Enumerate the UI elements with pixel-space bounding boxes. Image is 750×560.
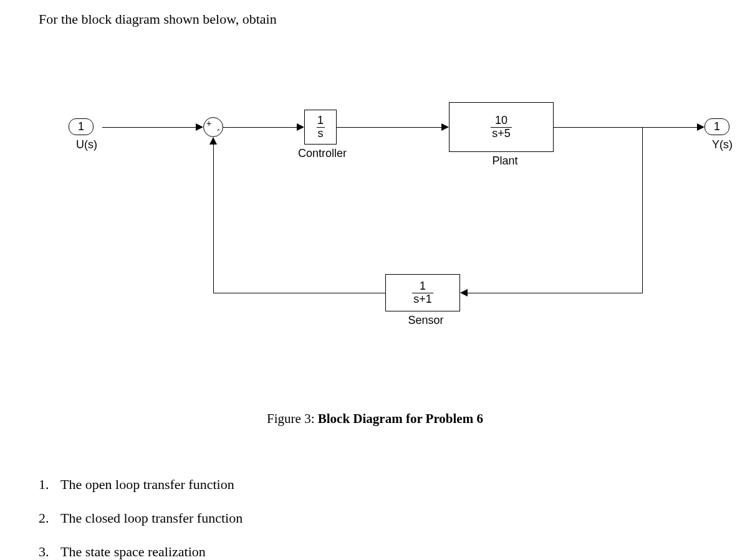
wire — [554, 127, 697, 128]
wire — [642, 127, 643, 293]
arrow-up-icon — [209, 137, 217, 145]
plant-denominator: s+5 — [491, 127, 512, 140]
question-item: 3. The state space realization — [39, 544, 243, 560]
figure-prefix: Figure 3: — [267, 411, 318, 426]
arrow-right-icon — [441, 123, 449, 131]
figure-caption: Figure 3: Block Diagram for Problem 6 — [0, 411, 750, 427]
question-number: 3. — [39, 544, 57, 560]
question-list: 1. The open loop transfer function 2. Th… — [39, 477, 243, 560]
controller-block: 1 s — [304, 110, 337, 145]
sensor-denominator: s+1 — [412, 293, 433, 306]
wire — [337, 127, 441, 128]
question-text: The open loop transfer function — [60, 477, 234, 492]
plant-block: 10 s+5 — [449, 102, 554, 152]
sum-minus: - — [217, 125, 220, 135]
sensor-block: 1 s+1 — [385, 274, 460, 311]
sensor-label: Sensor — [404, 314, 448, 327]
output-port: 1 — [704, 118, 729, 135]
input-port-number: 1 — [78, 120, 84, 133]
plant-numerator: 10 — [495, 115, 507, 127]
wire — [223, 127, 297, 128]
intro-text: For the block diagram shown below, obtai… — [39, 11, 277, 27]
input-port-label: U(s) — [76, 138, 97, 151]
question-number: 1. — [39, 477, 57, 493]
plant-label: Plant — [486, 154, 524, 168]
question-item: 1. The open loop transfer function — [39, 477, 243, 493]
question-item: 2. The closed loop transfer function — [39, 510, 243, 526]
controller-label: Controller — [294, 147, 350, 160]
arrow-right-icon — [697, 123, 704, 131]
plant-tf: 10 s+5 — [491, 115, 512, 140]
wire — [468, 293, 643, 293]
arrow-right-icon — [297, 123, 304, 131]
question-text: The state space realization — [60, 544, 206, 559]
output-port-label: Y(s) — [712, 138, 733, 151]
sum-plus: + — [206, 118, 211, 128]
output-port-number: 1 — [714, 120, 720, 133]
input-port: 1 — [69, 118, 94, 135]
controller-numerator: 1 — [317, 115, 324, 127]
question-number: 2. — [39, 510, 57, 526]
wire — [213, 293, 385, 293]
wire — [213, 145, 214, 293]
arrow-right-icon — [196, 123, 203, 131]
wire — [102, 127, 196, 128]
sensor-numerator: 1 — [420, 280, 426, 293]
figure-title: Block Diagram for Problem 6 — [318, 411, 483, 426]
arrow-left-icon — [460, 289, 468, 297]
controller-denominator: s — [317, 127, 325, 140]
block-diagram: 1 U(s) + - 1 s Controller 10 s+5 Plant 1… — [44, 93, 717, 374]
question-text: The closed loop transfer function — [60, 510, 243, 526]
sensor-tf: 1 s+1 — [412, 280, 433, 306]
controller-tf: 1 s — [317, 115, 325, 140]
